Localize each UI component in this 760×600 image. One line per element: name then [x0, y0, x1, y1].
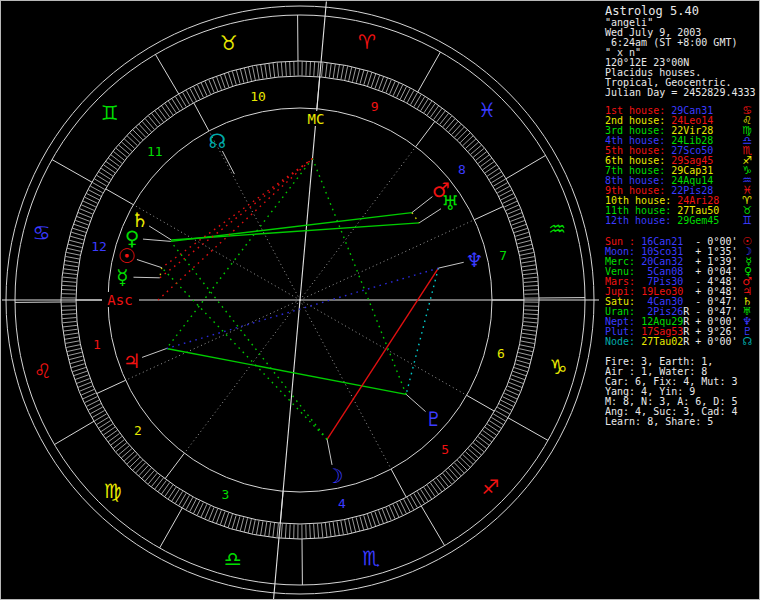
- degree-tick: [240, 517, 244, 531]
- degree-tick: [314, 524, 315, 538]
- degree-tick: [116, 148, 127, 157]
- degree-tick: [516, 236, 529, 240]
- degree-tick: [430, 106, 438, 117]
- degree-tick: [228, 514, 232, 527]
- house-cusp-spoke: [133, 205, 300, 300]
- house-cusp-spoke: [300, 220, 474, 300]
- degree-tick: [507, 209, 520, 214]
- degree-tick: [457, 130, 467, 140]
- degree-tick: [512, 375, 525, 380]
- house-cusp-spoke: [209, 131, 300, 300]
- aspect-line-mc-pluto: [312, 159, 406, 395]
- aspect-line-mars-uranus: [412, 213, 419, 223]
- degree-tick: [487, 168, 499, 176]
- degree-tick: [224, 74, 228, 87]
- house-number-12: 12: [91, 239, 107, 254]
- degree-tick: [133, 130, 143, 140]
- degree-tick: [337, 521, 339, 535]
- degree-tick: [145, 119, 154, 130]
- degree-tick: [510, 217, 523, 222]
- degree-tick: [476, 440, 487, 449]
- wheel-planet-moon: ☽: [325, 464, 343, 488]
- degree-tick: [281, 62, 282, 76]
- degree-tick: [379, 510, 384, 523]
- degree-tick: [103, 165, 115, 173]
- degree-tick: [513, 224, 526, 228]
- degree-tick: [386, 507, 391, 520]
- house-number-3: 3: [221, 487, 229, 502]
- house-cusp-segment: [106, 189, 134, 205]
- degree-tick: [507, 386, 520, 391]
- degree-tick: [152, 113, 161, 124]
- degree-tick: [286, 62, 287, 76]
- degree-tick: [228, 73, 232, 86]
- degree-tick: [158, 480, 166, 491]
- wheel-planet-mercury: ☿: [116, 265, 128, 289]
- degree-tick: [325, 63, 327, 77]
- degree-tick: [244, 518, 247, 532]
- degree-tick: [465, 452, 475, 461]
- degree-tick: [155, 111, 164, 122]
- degree-tick: [205, 506, 211, 519]
- degree-tick: [256, 521, 259, 535]
- house-number-11: 11: [147, 144, 163, 159]
- degree-tick: [74, 371, 87, 375]
- degree-tick: [213, 78, 218, 91]
- degree-tick: [310, 524, 311, 538]
- degree-tick: [261, 521, 263, 535]
- degree-tick: [66, 256, 80, 259]
- planet-pointer-neptune: [438, 262, 463, 268]
- degree-tick: [466, 139, 476, 148]
- degree-tick: [69, 356, 83, 360]
- degree-tick: [471, 145, 482, 154]
- degree-tick: [277, 63, 278, 77]
- degree-tick: [68, 244, 82, 247]
- degree-tick: [62, 285, 76, 286]
- degree-tick: [352, 518, 355, 532]
- sign-glyph-taurus: ♉: [220, 31, 238, 55]
- degree-tick: [151, 476, 160, 487]
- aspect-line-jupiter-neptune: [167, 268, 439, 348]
- sign-glyph-leo: ♌: [34, 359, 52, 383]
- astrolog-window: ♈♉♊♋♌♍♎♏♐♑♒♓123456789101112☉☽☿♀♂♃♄♅♆♇☊MC…: [0, 0, 760, 600]
- degree-tick: [310, 62, 311, 76]
- degree-tick: [371, 513, 375, 526]
- degree-tick: [480, 434, 491, 442]
- degree-tick: [424, 487, 432, 499]
- zodiac-sign-icon: ♊: [742, 216, 752, 226]
- degree-tick: [523, 273, 537, 275]
- degree-tick: [108, 158, 119, 166]
- planet-position-value: 27Tau02: [635, 336, 683, 347]
- degree-tick: [158, 108, 166, 119]
- degree-tick: [506, 205, 519, 211]
- degree-tick: [80, 209, 93, 214]
- degree-tick: [124, 452, 134, 461]
- wheel-planet-node: ☊: [208, 129, 226, 153]
- sign-glyph-capricorn: ♑: [550, 355, 568, 379]
- degree-tick: [440, 113, 449, 124]
- degree-tick: [248, 67, 251, 81]
- degree-tick: [341, 66, 344, 80]
- degree-tick: [65, 341, 79, 344]
- degree-tick: [449, 468, 458, 478]
- degree-tick: [253, 66, 256, 80]
- degree-tick: [513, 371, 526, 375]
- house-number-7: 7: [499, 248, 507, 263]
- degree-tick: [349, 519, 352, 533]
- degree-tick: [524, 314, 538, 315]
- degree-tick: [318, 524, 319, 538]
- degree-tick: [519, 349, 533, 352]
- degree-tick: [424, 101, 432, 113]
- degree-tick: [524, 318, 538, 319]
- degree-tick: [269, 64, 271, 78]
- degree-tick: [142, 468, 151, 478]
- degree-tick: [514, 368, 527, 372]
- house-cusp-spoke: [300, 300, 391, 469]
- sign-glyph-sagittarius: ♐: [481, 475, 499, 499]
- house-cusp-value: 29Gem45: [677, 215, 719, 226]
- degree-tick: [119, 446, 130, 455]
- aspect-line-moon-sun: [162, 268, 327, 440]
- degree-tick: [360, 70, 364, 83]
- degree-tick: [248, 519, 251, 533]
- degree-tick: [518, 352, 532, 355]
